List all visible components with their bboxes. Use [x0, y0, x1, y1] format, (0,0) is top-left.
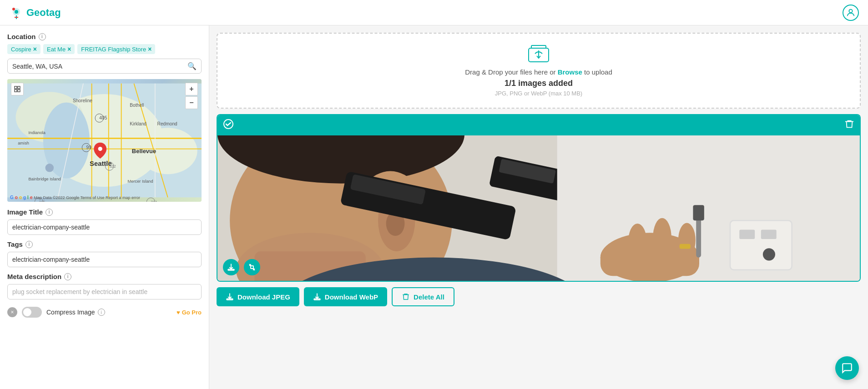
logo: Geotag: [9, 5, 61, 20]
image-card-header: [217, 115, 860, 135]
meta-description-input[interactable]: [7, 284, 202, 299]
svg-rect-74: [251, 266, 253, 269]
svg-point-17: [45, 164, 54, 172]
compress-info-icon[interactable]: i: [98, 309, 105, 316]
location-tags-row: Cospire × Eat Me × FREITAG Flagship Stor…: [7, 44, 202, 54]
location-info-icon[interactable]: i: [39, 33, 46, 40]
svg-rect-43: [18, 90, 20, 92]
image-title-section: Image Title i: [7, 208, 202, 216]
svg-text:Redmond: Redmond: [157, 122, 178, 127]
svg-point-3: [849, 9, 852, 12]
upload-icon: [225, 45, 853, 65]
upload-count: 1/1 images added: [225, 79, 853, 88]
svg-text:304: 304: [151, 200, 157, 202]
tag-freitag: FREITAG Flagship Store ×: [77, 44, 155, 54]
meta-description-info-icon[interactable]: i: [64, 273, 71, 280]
go-pro-button[interactable]: Go Pro: [177, 309, 202, 316]
svg-text:305: 305: [39, 200, 45, 202]
svg-point-63: [763, 248, 775, 260]
svg-rect-69: [680, 244, 691, 249]
card-check-icon: [223, 119, 234, 132]
main-layout: Location i Cospire × Eat Me × FREITAG Fl…: [0, 25, 868, 389]
download-webp-button[interactable]: Download WebP: [304, 287, 387, 306]
location-section: Location i: [7, 33, 202, 40]
tag-eatme-label: Eat Me: [47, 46, 66, 53]
svg-point-1: [15, 10, 18, 14]
right-panel: Drag & Drop your files here or Browse to…: [209, 25, 868, 389]
meta-description-section: Meta description i: [7, 273, 202, 280]
image-title-label: Image Title: [7, 208, 43, 216]
image-compress-button[interactable]: [244, 259, 260, 275]
search-icon[interactable]: 🔍: [187, 62, 197, 70]
map-container: Seattle Bellevue Indianola amish Bainbri…: [7, 79, 202, 202]
image-action-buttons: [223, 259, 260, 275]
compress-row: × Compress Image i Go Pro: [7, 307, 202, 318]
svg-text:Mercer Island: Mercer Island: [128, 179, 153, 184]
upload-zone[interactable]: Drag & Drop your files here or Browse to…: [217, 33, 861, 109]
left-panel: Location i Cospire × Eat Me × FREITAG Fl…: [0, 25, 209, 389]
meta-description-label: Meta description: [7, 273, 61, 280]
svg-rect-61: [739, 230, 755, 239]
image-title-info-icon[interactable]: i: [45, 209, 53, 216]
tag-cospire-label: Cospire: [11, 46, 31, 53]
tags-input[interactable]: [7, 252, 202, 267]
compress-label: Compress Image i: [46, 309, 105, 316]
svg-text:522: 522: [110, 164, 116, 169]
svg-point-2: [12, 8, 15, 10]
svg-point-68: [678, 223, 696, 258]
svg-text:99: 99: [86, 145, 92, 150]
toggle-slider: [22, 307, 42, 318]
location-search-box: 🔍: [7, 59, 202, 74]
svg-text:Shoreline: Shoreline: [73, 98, 92, 103]
tags-section: Tags i: [7, 240, 202, 248]
svg-rect-75: [227, 299, 233, 300]
map-zoom-in[interactable]: +: [185, 83, 198, 95]
map-expand-button[interactable]: [11, 83, 24, 95]
tag-freitag-label: FREITAG Flagship Store: [81, 46, 146, 53]
svg-rect-73: [228, 269, 234, 270]
card-delete-icon[interactable]: [844, 119, 854, 131]
compress-toggle-x[interactable]: ×: [7, 307, 17, 317]
map-placeholder: Seattle Bellevue Indianola amish Bainbri…: [7, 79, 202, 202]
tag-cospire: Cospire ×: [7, 44, 40, 54]
svg-point-67: [653, 218, 671, 258]
image-card: [217, 114, 861, 282]
header: Geotag: [0, 0, 868, 25]
download-webp-label: Download WebP: [325, 293, 378, 301]
svg-point-66: [628, 224, 647, 260]
svg-text:Seattle: Seattle: [90, 160, 112, 167]
svg-text:Bothell: Bothell: [130, 103, 144, 108]
logo-icon: [9, 5, 24, 20]
map-zoom-out[interactable]: −: [185, 96, 198, 109]
compress-toggle[interactable]: [22, 307, 42, 318]
svg-rect-62: [761, 230, 777, 239]
tags-info-icon[interactable]: i: [25, 241, 33, 248]
svg-text:Kirkland: Kirkland: [130, 122, 146, 127]
map-attribution: Map Data ©2022 Google Terms of Use Repor…: [34, 195, 140, 200]
svg-point-39: [98, 147, 102, 151]
svg-text:Bainbridge Island: Bainbridge Island: [28, 177, 61, 181]
map-svg: Seattle Bellevue Indianola amish Bainbri…: [7, 79, 202, 202]
svg-text:amish: amish: [18, 141, 29, 145]
google-logo: Google Map Data ©2022 Google Terms of Us…: [10, 195, 140, 200]
location-label: Location: [7, 33, 36, 40]
delete-all-button[interactable]: Delete All: [392, 287, 454, 306]
svg-text:Bellevue: Bellevue: [132, 148, 156, 155]
tag-eatme-close[interactable]: ×: [67, 45, 71, 53]
map-controls: + −: [185, 83, 198, 109]
tag-freitag-close[interactable]: ×: [148, 45, 151, 53]
tag-eatme: Eat Me ×: [43, 44, 75, 54]
location-search-input[interactable]: [12, 63, 187, 70]
svg-rect-60: [730, 220, 792, 270]
image-title-input[interactable]: [7, 219, 202, 235]
upload-text: Drag & Drop your files here or Browse to…: [225, 68, 853, 76]
delete-all-label: Delete All: [414, 293, 444, 301]
svg-text:Indianola: Indianola: [28, 130, 45, 135]
image-download-button[interactable]: [223, 259, 239, 275]
download-jpeg-button[interactable]: Download JPEG: [217, 287, 299, 306]
tags-label: Tags: [7, 240, 23, 248]
browse-link[interactable]: Browse: [558, 68, 582, 76]
user-avatar[interactable]: [843, 5, 859, 21]
tag-cospire-close[interactable]: ×: [33, 45, 37, 53]
chat-bubble-button[interactable]: [835, 356, 859, 380]
